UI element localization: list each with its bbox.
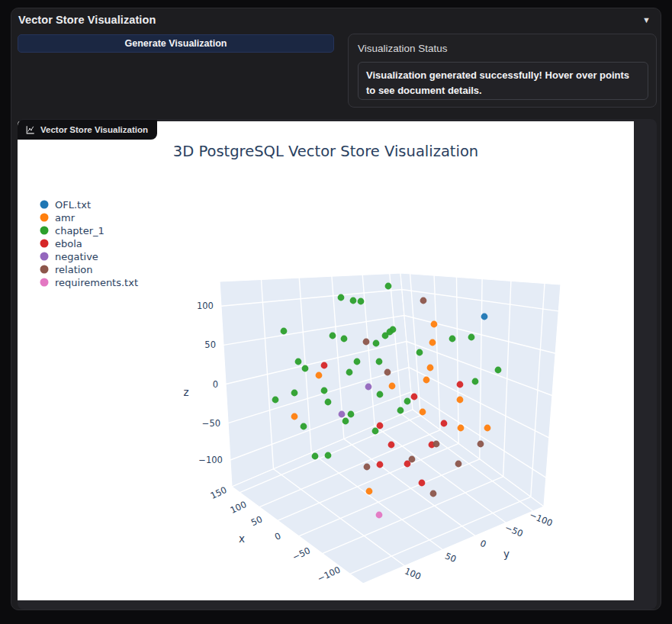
scatter-point[interactable] bbox=[339, 411, 346, 418]
scatter-point[interactable] bbox=[354, 359, 361, 365]
legend-item[interactable]: negative bbox=[40, 251, 98, 262]
scatter-point[interactable] bbox=[419, 480, 426, 487]
scatter-point[interactable] bbox=[302, 365, 309, 372]
scatter-point[interactable] bbox=[420, 298, 427, 304]
scatter-point[interactable] bbox=[404, 398, 411, 405]
scatter-point[interactable] bbox=[385, 283, 392, 290]
scatter-point[interactable] bbox=[312, 453, 319, 460]
generate-visualization-button[interactable]: Generate Visualization bbox=[18, 34, 334, 53]
scatter-point[interactable] bbox=[373, 340, 380, 347]
scatter-point[interactable] bbox=[366, 488, 373, 495]
scatter-point[interactable] bbox=[364, 464, 371, 471]
scatter-point[interactable] bbox=[472, 378, 479, 385]
scatter-point[interactable] bbox=[433, 441, 440, 448]
legend-label: requirements.txt bbox=[55, 277, 138, 288]
app-panel: Vector Store Visualization ▼ Generate Vi… bbox=[11, 8, 661, 610]
axis-title-y: y bbox=[503, 548, 510, 560]
scatter-point[interactable] bbox=[484, 425, 491, 432]
scatter-point[interactable] bbox=[363, 339, 370, 346]
scatter-point[interactable] bbox=[431, 321, 438, 328]
plot-canvas[interactable]: 100500−50−100150100500−50−100100500−50−1… bbox=[18, 121, 634, 600]
scatter-point[interactable] bbox=[455, 461, 462, 468]
z-tick-label: 100 bbox=[197, 301, 214, 311]
scatter-point[interactable] bbox=[281, 328, 288, 335]
chart-title: 3D PostgreSQL Vector Store Visualization bbox=[173, 143, 478, 160]
legend-item[interactable]: relation bbox=[40, 264, 93, 275]
scatter-point[interactable] bbox=[377, 423, 384, 429]
scatter-point[interactable] bbox=[427, 365, 434, 372]
scatter-point[interactable] bbox=[321, 388, 328, 394]
scatter-point[interactable] bbox=[291, 413, 298, 420]
legend-label: amr bbox=[55, 212, 76, 224]
scatter-point[interactable] bbox=[416, 349, 423, 356]
scatter-point[interactable] bbox=[342, 418, 349, 425]
legend-item[interactable]: ebola bbox=[40, 238, 82, 249]
scatter-point[interactable] bbox=[365, 384, 372, 391]
legend-item[interactable]: OFL.txt bbox=[40, 199, 91, 211]
scatter-point[interactable] bbox=[449, 336, 456, 343]
y-tick-label: −100 bbox=[528, 510, 555, 529]
y-tick-label: 0 bbox=[478, 538, 487, 550]
scatter-point[interactable] bbox=[341, 336, 348, 343]
scatter-point[interactable] bbox=[477, 441, 484, 448]
scatter-point[interactable] bbox=[429, 339, 436, 346]
legend-marker bbox=[40, 252, 49, 261]
scatter-point[interactable] bbox=[272, 397, 279, 404]
scatter-point[interactable] bbox=[350, 298, 357, 304]
scatter-point[interactable] bbox=[388, 442, 395, 449]
scatter-point[interactable] bbox=[346, 369, 353, 376]
scatter-point[interactable] bbox=[390, 326, 397, 333]
scatter-point[interactable] bbox=[377, 391, 384, 398]
scatter-point[interactable] bbox=[468, 334, 475, 341]
scatter-point[interactable] bbox=[338, 294, 345, 301]
scatter-point[interactable] bbox=[325, 399, 332, 406]
scatter-point[interactable] bbox=[325, 452, 332, 459]
plot-paper: 100500−50−100150100500−50−100100500−50−1… bbox=[18, 121, 634, 600]
scatter-point[interactable] bbox=[376, 359, 383, 365]
x-tick-label: 150 bbox=[209, 484, 229, 501]
scatter-point[interactable] bbox=[330, 333, 336, 339]
scatter-point[interactable] bbox=[495, 367, 502, 374]
legend-item[interactable]: amr bbox=[40, 212, 76, 224]
scatter-point[interactable] bbox=[321, 362, 328, 369]
scatter-point[interactable] bbox=[291, 390, 298, 397]
scatter-point[interactable] bbox=[358, 298, 365, 305]
legend-marker bbox=[40, 214, 49, 222]
status-message-box[interactable]: Visualization generated successfully! Ho… bbox=[358, 62, 648, 100]
legend-label: relation bbox=[55, 264, 93, 275]
scatter-point[interactable] bbox=[457, 397, 464, 404]
legend-marker bbox=[40, 265, 49, 274]
axis-title-z: z bbox=[183, 386, 188, 398]
scatter-point[interactable] bbox=[458, 425, 465, 432]
accordion-collapse-icon[interactable]: ▼ bbox=[642, 14, 651, 26]
plot-label: Vector Store Visualization bbox=[40, 125, 148, 134]
scatter-point[interactable] bbox=[316, 372, 323, 379]
legend-marker bbox=[40, 240, 49, 248]
scatter-point[interactable] bbox=[430, 491, 437, 497]
legend-label: ebola bbox=[55, 238, 82, 249]
legend-item[interactable]: requirements.txt bbox=[40, 277, 139, 288]
z-tick-label: −50 bbox=[202, 418, 220, 429]
scatter-point[interactable] bbox=[457, 381, 464, 388]
scatter-point[interactable] bbox=[411, 394, 418, 400]
scatter-point[interactable] bbox=[423, 377, 430, 384]
scatter-point[interactable] bbox=[301, 423, 307, 430]
z-tick-label: 0 bbox=[213, 379, 218, 390]
legend-marker bbox=[40, 201, 49, 209]
scatter-point[interactable] bbox=[384, 369, 391, 376]
legend-label: OFL.txt bbox=[55, 199, 91, 211]
scatter-point[interactable] bbox=[441, 420, 448, 427]
scatter-point[interactable] bbox=[389, 383, 396, 390]
scatter-point[interactable] bbox=[376, 512, 383, 519]
scatter-point[interactable] bbox=[372, 428, 379, 435]
x-tick-label: −100 bbox=[316, 564, 342, 584]
scatter-point[interactable] bbox=[420, 409, 426, 416]
scatter-point[interactable] bbox=[348, 411, 355, 418]
scatter-point[interactable] bbox=[397, 407, 404, 414]
scatter-point[interactable] bbox=[377, 462, 384, 468]
plot-component: Vector Store Visualization 100500−50−100… bbox=[18, 119, 657, 610]
scatter-point[interactable] bbox=[404, 461, 411, 468]
scatter-point[interactable] bbox=[295, 359, 302, 365]
legend-item[interactable]: chapter_1 bbox=[40, 225, 104, 236]
scatter-point[interactable] bbox=[481, 314, 488, 320]
